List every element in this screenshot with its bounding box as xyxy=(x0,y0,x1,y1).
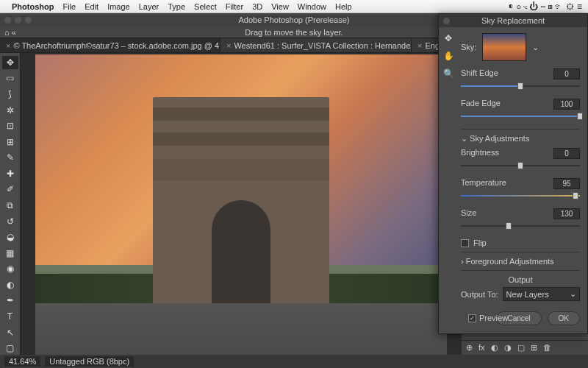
menu-edit[interactable]: Edit xyxy=(85,2,98,11)
lasso-tool[interactable]: ⟆ xyxy=(2,88,18,101)
slider-value[interactable]: 0 xyxy=(553,148,580,159)
zoom-tool[interactable]: 🔍 xyxy=(442,67,455,80)
quick-select-tool[interactable]: ✲ xyxy=(2,104,18,117)
menu-view[interactable]: View xyxy=(271,2,289,11)
new-layer-icon[interactable]: ⊞ xyxy=(531,343,537,353)
eyedropper-tool[interactable]: ✎ xyxy=(2,151,18,164)
trash-icon[interactable]: 🗑 xyxy=(543,343,551,353)
brush-tool[interactable]: ✐ xyxy=(2,183,18,197)
sky-adjustments-header[interactable]: ⌄ Sky Adjustments xyxy=(461,134,580,144)
menu-layer[interactable]: Layer xyxy=(139,2,159,11)
frame-tool[interactable]: ⊞ xyxy=(2,135,18,149)
macos-menubar: Photoshop File Edit Image Layer Type Sel… xyxy=(0,0,588,13)
toolbox: ✥ ▭ ⟆ ✲ ⊡ ⊞ ✎ ✚ ✐ ⧉ ↺ ◒ ▦ ◉ ◐ ✒ T ↖ ▢ xyxy=(0,53,21,355)
flip-checkbox[interactable]: Flip xyxy=(461,238,580,247)
window-controls[interactable] xyxy=(4,17,32,24)
move-sky-tool[interactable]: ✥ xyxy=(442,32,455,45)
brightness-slider[interactable]: Brightness0 xyxy=(461,148,580,171)
slider-label: Brightness xyxy=(461,148,499,159)
fx-icon[interactable]: fx xyxy=(478,343,485,353)
slider-value[interactable]: 0 xyxy=(553,68,580,79)
zoom-level[interactable]: 41.64% xyxy=(4,356,40,367)
layers-bottom-bar: ⊕ fx ◐ ◑ ▢ ⊞ 🗑 xyxy=(462,340,588,355)
menu-3d[interactable]: 3D xyxy=(252,2,262,11)
ok-button[interactable]: OK xyxy=(548,311,580,325)
type-tool[interactable]: T xyxy=(2,310,18,323)
healing-tool[interactable]: ✚ xyxy=(2,167,18,180)
preview-checkbox[interactable]: ✓Preview xyxy=(468,314,508,322)
chevron-down-icon: ⌄ xyxy=(570,289,576,299)
tab-label: © TheArchoftriumph©satur73 – stock.adobe… xyxy=(13,41,220,50)
slider-label: Fade Edge xyxy=(461,99,501,110)
slider-value[interactable]: 100 xyxy=(553,99,580,110)
blur-tool[interactable]: ◉ xyxy=(2,263,18,276)
minimize-window-icon[interactable] xyxy=(15,17,21,24)
close-tab-icon[interactable]: × xyxy=(226,41,231,50)
crop-tool[interactable]: ⊡ xyxy=(2,119,18,132)
close-tab-icon[interactable]: × xyxy=(417,41,422,50)
pen-tool[interactable]: ✒ xyxy=(2,294,18,308)
panel-title: Sky Replacement xyxy=(481,16,545,25)
close-panel-icon[interactable] xyxy=(443,18,450,24)
slider-value[interactable]: 95 xyxy=(553,178,580,189)
doc-tab-2[interactable]: × Westend61 : Surfer_VISTA Collection : … xyxy=(220,38,412,52)
gradient-tool[interactable]: ▦ xyxy=(2,247,18,260)
slider-label: Temperature xyxy=(461,178,506,189)
home-icon[interactable]: ⌂ « xyxy=(4,28,16,37)
eraser-tool[interactable]: ◒ xyxy=(2,230,18,244)
dodge-tool[interactable]: ◐ xyxy=(2,278,18,291)
panel-header[interactable]: Sky Replacement xyxy=(439,14,587,27)
window-title: Adobe Photoshop (Prerelease) xyxy=(238,15,349,24)
canvas-area[interactable] xyxy=(21,53,462,355)
menubar-status-icons: ◧ ⊙ ⌥ ⏻ ⋯ ⊞ ᯤ ⚙ ≡ xyxy=(509,1,582,12)
close-tab-icon[interactable]: × xyxy=(6,41,10,50)
app-menu[interactable]: Photoshop xyxy=(12,2,54,11)
chevron-down-icon[interactable]: ⌄ xyxy=(532,43,539,52)
foreground-adjustments-header[interactable]: › Foreground Adjustments xyxy=(461,257,580,266)
slider-value[interactable]: 130 xyxy=(553,208,580,219)
shape-tool[interactable]: ▢ xyxy=(2,342,18,355)
history-brush-tool[interactable]: ↺ xyxy=(2,215,18,228)
fade-edge-slider[interactable]: Fade Edge100 xyxy=(461,99,580,121)
doc-info[interactable]: Untagged RGB (8bpc) xyxy=(45,356,134,367)
menu-file[interactable]: File xyxy=(62,2,76,11)
options-hint: Drag to move the sky layer. xyxy=(245,28,343,37)
menu-filter[interactable]: Filter xyxy=(226,2,243,11)
temperature-slider[interactable]: Temperature95 xyxy=(461,178,580,201)
menu-image[interactable]: Image xyxy=(107,2,130,11)
doc-tab-1[interactable]: × © TheArchoftriumph©satur73 – stock.ado… xyxy=(0,38,220,52)
output-to-label: Output To: xyxy=(461,290,498,299)
checkbox-label: Flip xyxy=(473,238,487,247)
sky-preset-thumb[interactable] xyxy=(482,33,526,61)
hand-tool[interactable]: ✋ xyxy=(442,49,455,63)
stamp-tool[interactable]: ⧉ xyxy=(2,199,18,212)
sky-replacement-panel: Sky Replacement ✥ ✋ 🔍 Sky: ⌄ Shift Edge0… xyxy=(438,13,588,334)
close-window-icon[interactable] xyxy=(4,17,11,24)
move-tool[interactable]: ✥ xyxy=(2,56,18,69)
adjustment-icon[interactable]: ◑ xyxy=(504,343,512,353)
menu-type[interactable]: Type xyxy=(168,2,185,11)
status-bar: 41.64% Untagged RGB (8bpc) xyxy=(0,355,588,368)
size-slider[interactable]: Size130 xyxy=(461,208,580,231)
tab-label: Westend61 : Surfer_VISTA Collection : He… xyxy=(234,41,412,50)
slider-label: Size xyxy=(461,208,476,219)
panel-tools: ✥ ✋ 🔍 xyxy=(442,32,455,80)
mask-icon[interactable]: ◐ xyxy=(491,343,498,353)
sky-label: Sky: xyxy=(461,43,476,52)
group-icon[interactable]: ▢ xyxy=(517,343,525,353)
output-header: Output xyxy=(461,275,580,284)
slider-label: Shift Edge xyxy=(461,68,498,79)
link-layers-icon[interactable]: ⊕ xyxy=(466,343,473,353)
marquee-tool[interactable]: ▭ xyxy=(2,72,18,85)
zoom-window-icon[interactable] xyxy=(25,17,32,24)
shift-edge-slider[interactable]: Shift Edge0 xyxy=(461,68,580,91)
path-select-tool[interactable]: ↖ xyxy=(2,326,18,339)
document-image xyxy=(35,54,447,355)
output-to-dropdown[interactable]: New Layers⌄ xyxy=(503,287,580,301)
checkbox-label: Preview xyxy=(479,314,508,322)
menu-window[interactable]: Window xyxy=(298,2,326,11)
menu-help[interactable]: Help xyxy=(335,2,352,11)
menu-select[interactable]: Select xyxy=(194,2,217,11)
